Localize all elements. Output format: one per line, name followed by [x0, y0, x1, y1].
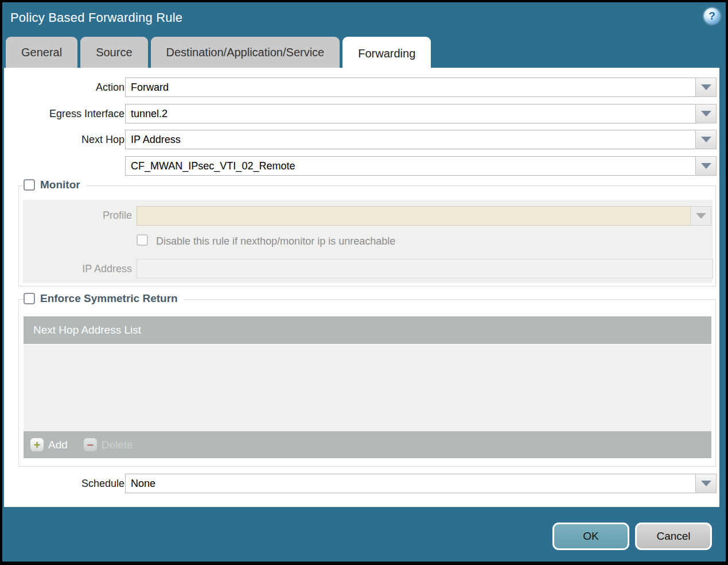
help-icon[interactable]: ? — [704, 8, 720, 24]
next-hop-address-field[interactable]: CF_MWAN_IPsec_VTI_02_Remote — [125, 156, 696, 176]
action-dropdown-button[interactable] — [695, 78, 717, 97]
add-button[interactable]: + Add — [30, 438, 68, 451]
schedule-dropdown-button[interactable] — [695, 474, 717, 493]
tab-source[interactable]: Source — [80, 37, 147, 68]
schedule-label: Schedule — [15, 478, 124, 490]
delete-button-label: Delete — [102, 439, 133, 451]
chevron-down-icon — [701, 111, 711, 117]
egress-interface-field[interactable]: tunnel.2 — [125, 104, 696, 123]
symmetric-return-fieldset: Enforce Symmetric Return Next Hop Addres… — [18, 299, 716, 467]
ok-button[interactable]: OK — [552, 523, 629, 550]
profile-dropdown-button — [690, 206, 711, 226]
profile-label: Profile — [23, 210, 132, 222]
cancel-button[interactable]: Cancel — [635, 523, 712, 550]
egress-interface-label: Egress Interface — [15, 108, 124, 120]
tab-forwarding[interactable]: Forwarding — [342, 37, 431, 70]
tab-general[interactable]: General — [6, 37, 77, 68]
symmetric-return-legend-label: Enforce Symmetric Return — [40, 292, 178, 305]
tab-bar: General Source Destination/Application/S… — [6, 37, 431, 70]
monitor-fieldset: Monitor Profile Disable this rule if nex… — [18, 185, 716, 287]
add-button-label: Add — [48, 439, 68, 451]
next-hop-label: Next Hop — [15, 134, 124, 146]
monitor-panel: Profile Disable this rule if nexthop/mon… — [23, 200, 713, 283]
next-hop-type-field[interactable]: IP Address — [125, 130, 696, 149]
schedule-field[interactable]: None — [125, 474, 696, 493]
chevron-down-icon — [701, 84, 711, 90]
action-label: Action — [15, 82, 124, 94]
symmetric-return-legend: Enforce Symmetric Return — [24, 292, 184, 305]
minus-icon: − — [84, 438, 97, 451]
next-hop-address-table: Next Hop Address List + Add − Delete — [24, 316, 711, 458]
delete-button: − Delete — [84, 438, 133, 451]
disable-rule-checkbox-label: Disable this rule if nexthop/monitor ip … — [156, 235, 395, 247]
monitor-ip-address-label: IP Address — [23, 263, 132, 275]
next-hop-address-list-header: Next Hop Address List — [24, 316, 711, 344]
dialog-title: Policy Based Forwarding Rule — [10, 10, 182, 25]
chevron-down-icon — [701, 137, 711, 142]
disable-rule-checkbox — [137, 234, 148, 246]
next-hop-address-list-body[interactable] — [24, 344, 711, 431]
monitor-checkbox[interactable] — [24, 179, 35, 191]
enforce-symmetric-return-checkbox[interactable] — [24, 293, 35, 304]
plus-icon: + — [30, 438, 44, 451]
chevron-down-icon — [701, 163, 711, 169]
tab-destination-application-service[interactable]: Destination/Application/Service — [151, 37, 340, 68]
pbf-rule-dialog: Policy Based Forwarding Rule ? General S… — [0, 0, 728, 565]
monitor-legend: Monitor — [24, 179, 86, 191]
chevron-down-icon — [696, 213, 706, 219]
next-hop-address-dropdown-button[interactable] — [695, 156, 717, 176]
next-hop-type-dropdown-button[interactable] — [695, 130, 717, 149]
next-hop-address-list-toolbar: + Add − Delete — [24, 431, 711, 458]
monitor-ip-address-field — [137, 259, 713, 278]
forwarding-tab-panel: Action Forward Egress Interface tunnel.2… — [4, 68, 719, 507]
dialog-frame: Policy Based Forwarding Rule ? General S… — [2, 2, 726, 562]
egress-interface-dropdown-button[interactable] — [695, 104, 717, 123]
chevron-down-icon — [701, 481, 711, 486]
profile-field — [137, 206, 691, 226]
action-field[interactable]: Forward — [125, 78, 696, 97]
monitor-legend-label: Monitor — [40, 179, 80, 191]
